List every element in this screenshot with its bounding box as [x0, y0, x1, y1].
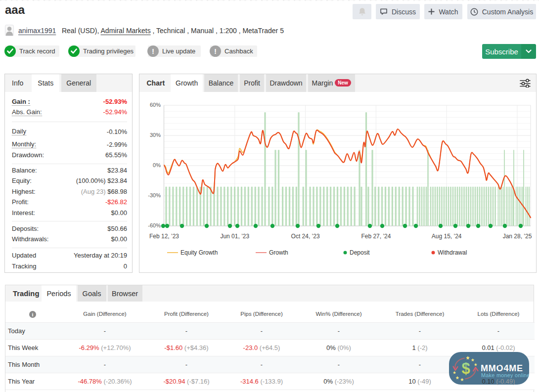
svg-text:60%: 60%: [150, 102, 161, 108]
svg-text:Feb 27, ’24: Feb 27, ’24: [361, 233, 391, 240]
svg-text:Equity Growth: Equity Growth: [180, 249, 218, 256]
svg-text:Jan 28, ’25: Jan 28, ’25: [503, 233, 532, 240]
svg-text:Feb 12, ’23: Feb 12, ’23: [149, 233, 179, 240]
svg-text:Growth: Growth: [269, 249, 288, 256]
svg-text:Oct 24, ’23: Oct 24, ’23: [291, 233, 320, 240]
svg-text:Deposit: Deposit: [350, 249, 370, 256]
svg-text:0%: 0%: [153, 162, 161, 168]
svg-text:$: $: [461, 360, 470, 377]
svg-text:Withdrawal: Withdrawal: [438, 249, 467, 256]
svg-text:Jun 01, ’23: Jun 01, ’23: [220, 233, 249, 240]
svg-text:30%: 30%: [150, 132, 161, 138]
svg-text:-60%: -60%: [148, 222, 161, 228]
svg-text:Aug 15, ’24: Aug 15, ’24: [432, 233, 462, 240]
svg-text:-30%: -30%: [148, 192, 161, 198]
